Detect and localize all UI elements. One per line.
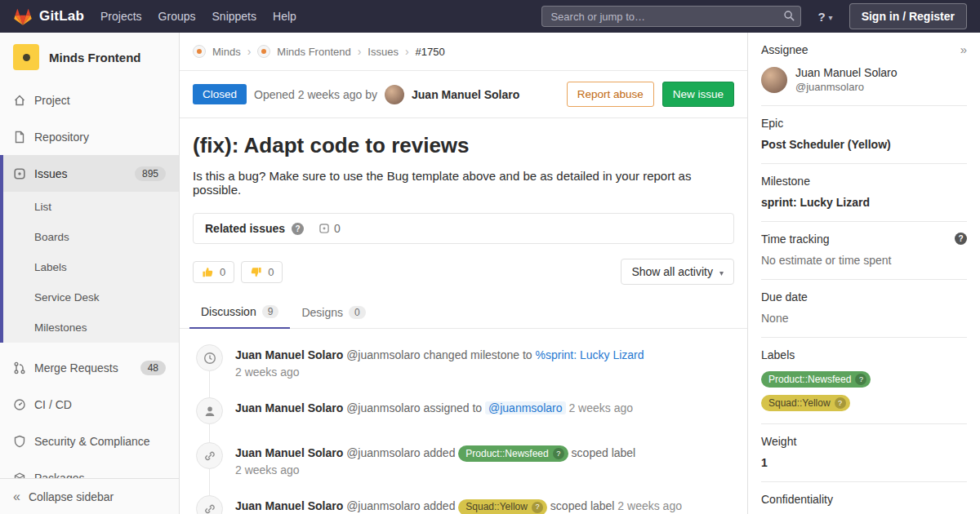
sidebar-item-cicd[interactable]: CI / CD xyxy=(0,386,179,423)
label-squad-yellow[interactable]: Squad::Yellow xyxy=(761,395,850,411)
label-product-newsfeed[interactable]: Product::Newsfeed xyxy=(761,371,871,388)
sidebar-item-label: Repository xyxy=(34,131,89,144)
note-timestamp[interactable]: 2 weeks ago xyxy=(568,401,633,414)
sidebar-item-list[interactable]: List xyxy=(3,192,179,222)
tab-designs-label: Designs xyxy=(301,306,343,319)
new-issue-button[interactable]: New issue xyxy=(662,82,734,107)
user-mention-link[interactable]: @juanmsolaro xyxy=(485,401,565,414)
merge-request-icon xyxy=(13,361,26,374)
activity-filter-dropdown[interactable]: Show all activity xyxy=(621,259,734,285)
assignee-name[interactable]: Juan Manuel Solaro xyxy=(795,66,898,79)
main-content: Minds Minds Frontend Issues #1750 Closed… xyxy=(180,33,747,514)
gitlab-logo[interactable]: GitLab xyxy=(13,7,84,26)
tab-discussion-label: Discussion xyxy=(201,305,256,318)
nav-snippets[interactable]: Snippets xyxy=(212,10,256,23)
report-abuse-button[interactable]: Report abuse xyxy=(567,82,654,107)
weight-block: Weight 1 xyxy=(761,424,967,482)
note-author[interactable]: Juan Manuel Solaro xyxy=(235,446,343,459)
awards-row: 0 0 Show all activity xyxy=(193,259,734,285)
milestone-block: Milestone sprint: Lucky Lizard xyxy=(761,164,967,222)
note-timestamp[interactable]: 2 weeks ago xyxy=(235,366,300,379)
sidebar-item-labels[interactable]: Labels xyxy=(3,252,179,282)
nav-groups[interactable]: Groups xyxy=(158,10,196,23)
help-icon[interactable] xyxy=(955,233,967,245)
discussion-count-badge: 9 xyxy=(262,305,279,318)
note-author[interactable]: Juan Manuel Solaro xyxy=(235,348,343,361)
label-squad-yellow[interactable]: Squad::Yellow xyxy=(458,499,547,514)
brand-name: GitLab xyxy=(39,8,84,24)
sidebar-item-label: Merge Requests xyxy=(34,361,118,374)
note-author[interactable]: Juan Manuel Solaro xyxy=(235,401,343,414)
issues-count-badge: 895 xyxy=(135,166,166,181)
note-action: @juanmsolaro added xyxy=(346,499,455,512)
project-avatar xyxy=(13,44,39,70)
sidebar-item-issues[interactable]: Issues 895 xyxy=(3,155,179,192)
thumbs-up-button[interactable]: 0 xyxy=(193,261,234,283)
sidebar-item-boards[interactable]: Boards xyxy=(3,222,179,252)
breadcrumb-minds-frontend[interactable]: Minds Frontend xyxy=(277,46,350,58)
issues-icon xyxy=(13,167,26,180)
help-menu[interactable] xyxy=(817,10,832,24)
issue-tabs: Discussion 9 Designs 0 xyxy=(180,296,747,329)
label-text: Squad::Yellow xyxy=(768,397,831,409)
thumbs-down-button[interactable]: 0 xyxy=(241,261,283,283)
nav-help[interactable]: Help xyxy=(273,10,296,23)
collapse-sidebar-label: Collapse sidebar xyxy=(29,490,114,503)
note-milestone-change: Juan Manuel Solaro @juanmsolaro changed … xyxy=(193,347,734,381)
milestone-value[interactable]: sprint: Lucky Lizard xyxy=(761,196,967,209)
sidebar-item-project[interactable]: Project xyxy=(0,82,179,118)
opened-text: Opened 2 weeks ago by xyxy=(254,88,377,101)
label-product-newsfeed[interactable]: Product::Newsfeed xyxy=(458,445,568,462)
breadcrumb-separator xyxy=(405,45,409,58)
sidebar-item-label: Issues xyxy=(34,167,67,180)
epic-value[interactable]: Post Scheduler (Yellow) xyxy=(761,138,967,151)
note-action: @juanmsolaro added xyxy=(346,446,455,459)
note-action: @juanmsolaro changed milestone to xyxy=(346,348,532,361)
sign-in-button[interactable]: Sign in / Register xyxy=(849,3,967,29)
collapse-sidebar-button[interactable]: Collapse sidebar xyxy=(0,478,179,514)
note-label-added-newsfeed: Juan Manuel Solaro @juanmsolaro added Pr… xyxy=(193,445,734,479)
search-input[interactable] xyxy=(541,6,801,27)
tab-designs[interactable]: Designs 0 xyxy=(290,296,376,328)
sidebar-item-service-desk[interactable]: Service Desk xyxy=(3,282,179,312)
note-suffix: scoped label xyxy=(550,499,615,512)
milestone-title: Milestone xyxy=(761,175,810,188)
link-icon xyxy=(196,442,223,469)
shield-icon xyxy=(13,435,26,448)
issue-description: Is this a bug? Make sure to use the Bug … xyxy=(193,169,734,197)
minds-group-avatar xyxy=(193,45,206,58)
breadcrumb-issue-number: #1750 xyxy=(416,46,445,58)
sidebar-item-label: Project xyxy=(34,94,70,107)
sidebar-item-merge-requests[interactable]: Merge Requests 48 xyxy=(0,349,179,386)
sidebar-item-repository[interactable]: Repository xyxy=(0,118,179,155)
tab-discussion[interactable]: Discussion 9 xyxy=(189,296,290,329)
note-timestamp[interactable]: 2 weeks ago xyxy=(617,499,682,512)
note-author[interactable]: Juan Manuel Solaro xyxy=(235,499,343,512)
weight-title: Weight xyxy=(761,435,796,448)
assignee-avatar[interactable] xyxy=(761,67,787,93)
activity-timeline: Juan Manuel Solaro @juanmsolaro changed … xyxy=(193,347,734,514)
double-chevron-left-icon xyxy=(13,490,20,504)
confidentiality-title: Confidentiality xyxy=(761,493,833,506)
help-icon[interactable] xyxy=(292,223,304,235)
double-chevron-right-icon[interactable] xyxy=(960,42,967,56)
author-avatar[interactable] xyxy=(385,85,404,104)
due-date-title: Due date xyxy=(761,290,808,304)
label-help-icon xyxy=(855,374,866,385)
top-navbar: GitLab Projects Groups Snippets Help Sig… xyxy=(0,0,980,33)
note-label-added-squad: Juan Manuel Solaro @juanmsolaro added Sq… xyxy=(193,498,734,514)
milestone-link[interactable]: %sprint: Lucky Lizard xyxy=(535,348,644,361)
breadcrumb-minds[interactable]: Minds xyxy=(212,46,241,58)
sidebar-item-security[interactable]: Security & Compliance xyxy=(0,423,179,459)
sidebar-item-milestones[interactable]: Milestones xyxy=(3,312,179,343)
label-help-icon xyxy=(553,448,564,459)
project-header[interactable]: Minds Frontend xyxy=(0,33,179,82)
sidebar-issues-section: Issues 895 List Boards Labels Service De… xyxy=(0,155,179,343)
minds-frontend-avatar xyxy=(257,45,270,58)
author-name[interactable]: Juan Manuel Solaro xyxy=(412,88,519,101)
epic-block: Epic Post Scheduler (Yellow) xyxy=(761,106,967,164)
breadcrumb-issues[interactable]: Issues xyxy=(368,46,399,58)
due-date-block: Due date None xyxy=(761,280,967,338)
note-timestamp[interactable]: 2 weeks ago xyxy=(235,463,300,476)
nav-projects[interactable]: Projects xyxy=(100,10,142,23)
